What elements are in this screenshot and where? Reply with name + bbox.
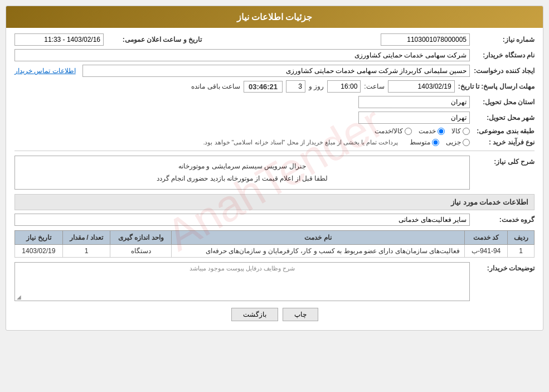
category-radio-kala[interactable] (463, 128, 470, 135)
city-row: شهر محل تحویل: (14, 112, 535, 124)
description-content: جنرال سرویس سیستم سرمایشی و موتورخانه لط… (14, 156, 470, 190)
deadline-date-input[interactable] (388, 80, 455, 93)
purchase-type-row: نوع فرآیند خرید : جزیی متوسط پرداخت تمام… (14, 138, 535, 146)
table-row: 1 941-94-ب فعالیت‌های سازمان‌های دارای ع… (15, 245, 535, 258)
province-row: استان محل تحویل: (14, 96, 535, 108)
purchase-type-option-motavasset[interactable]: متوسط (410, 138, 439, 146)
cell-code: 941-94-ب (465, 245, 508, 258)
page-title: جزئیات اطلاعات نیاز (237, 12, 313, 22)
services-table: ردیف کد خدمت نام خدمت واحد اندازه گیری ت… (14, 230, 535, 258)
service-group-label: گروه خدمت: (473, 216, 535, 224)
purchase-type-label-motavasset: متوسط (410, 138, 430, 146)
purchase-type-label-jozi: جزیی (446, 138, 461, 146)
category-radio-kala-khedmat[interactable] (405, 128, 412, 135)
need-number-label: شماره نیاز: (473, 36, 535, 43)
deadline-time-input[interactable] (327, 80, 361, 93)
category-radio-khedmat[interactable] (438, 128, 445, 135)
category-row: طبقه بندی موضوعی: کالا خدمت کالا/خدمت (14, 127, 535, 135)
category-label-kala-khedmat: کالا/خدمت (375, 127, 403, 135)
purchase-note: پرداخت تمام یا بخشی از مبلغ خریدار از مح… (203, 139, 398, 146)
col-header-date: تاریخ نیاز (15, 231, 63, 245)
category-label-khedmat: خدمت (419, 127, 436, 135)
category-option-kala[interactable]: کالا (451, 127, 470, 135)
table-header-row: ردیف کد خدمت نام خدمت واحد اندازه گیری ت… (15, 231, 535, 245)
deadline-label: مهلت ارسال پاسخ: تا تاریخ: (458, 83, 535, 90)
remaining-label: ساعت باقی مانده (191, 83, 240, 90)
col-header-quantity: تعداد / مقدار (62, 231, 110, 245)
buyer-org-label: نام دستگاه خریدار: (473, 51, 535, 59)
need-number-input[interactable] (381, 33, 470, 46)
category-option-kala-khedmat[interactable]: کالا/خدمت (375, 127, 412, 135)
buyer-notes-placeholder: شرح وظایف درفایل پیوست موجود میباشد (190, 265, 295, 272)
col-header-code: کد خدمت (465, 231, 508, 245)
print-button[interactable]: چاپ (283, 308, 318, 321)
resize-handle-icon[interactable]: ◢ (16, 294, 22, 299)
cell-quantity: 1 (62, 245, 110, 258)
creator-label: ایجاد کننده درخواست: (473, 67, 535, 75)
description-line1: جنرال سرویس سیستم سرمایشی و موتورخانه (20, 161, 465, 173)
back-button[interactable]: بازگشت (231, 308, 278, 321)
deadline-days-input[interactable] (286, 80, 305, 93)
category-radio-group: کالا خدمت کالا/خدمت (375, 127, 470, 135)
timer-display: 03:46:21 (244, 81, 283, 93)
announcement-input[interactable] (14, 33, 104, 46)
cell-date: 1403/02/19 (15, 245, 63, 258)
cell-name: فعالیت‌های سازمان‌های دارای عضو مربوط به… (172, 245, 465, 258)
purchase-type-option-jozi[interactable]: جزیی (446, 138, 470, 146)
buyer-notes-row: توضیحات خریدار: شرح وظایف درفایل پیوست م… (14, 262, 535, 301)
cell-unit: دستگاه (110, 245, 172, 258)
category-label: طبقه بندی موضوعی: (473, 127, 535, 135)
buttons-row: چاپ بازگشت (14, 308, 535, 321)
divider-1 (14, 151, 535, 151)
description-line2: لطفا قبل از اعلام قیمت از موتورخانه بازد… (20, 173, 465, 185)
buyer-org-row: نام دستگاه خریدار: (14, 49, 535, 61)
services-section-title: اطلاعات خدمات مورد نیاز (14, 194, 535, 210)
purchase-type-label: نوع فرآیند خرید : (473, 138, 535, 146)
province-input[interactable] (358, 96, 470, 108)
creator-row: ایجاد کننده درخواست: اطلاعات تماس خریدار (14, 65, 535, 77)
creator-input[interactable] (82, 65, 470, 77)
description-label: شرح کلی نیاز: (473, 156, 535, 166)
purchase-type-radio-group: جزیی متوسط (410, 138, 470, 146)
contact-link[interactable]: اطلاعات تماس خریدار (14, 67, 76, 75)
need-number-row: شماره نیاز: تاریخ و ساعت اعلان عمومی: (14, 33, 535, 46)
col-header-name: نام خدمت (172, 231, 465, 245)
buyer-notes-label: توضیحات خریدار: (473, 262, 535, 272)
category-option-khedmat[interactable]: خدمت (419, 127, 445, 135)
province-label: استان محل تحویل: (473, 98, 535, 106)
service-group-row: گروه خدمت: (14, 214, 535, 226)
announcement-label: تاریخ و ساعت اعلان عمومی: (107, 36, 202, 43)
col-header-unit: واحد اندازه گیری (110, 231, 172, 245)
page-header: جزئیات اطلاعات نیاز (6, 6, 543, 28)
deadline-row: مهلت ارسال پاسخ: تا تاریخ: ساعت: روز و 0… (14, 80, 535, 93)
description-row: شرح کلی نیاز: جنرال سرویس سیستم سرمایشی … (14, 156, 535, 190)
purchase-type-radio-motavasset[interactable] (432, 139, 439, 146)
purchase-type-radio-jozi[interactable] (463, 139, 470, 146)
city-input[interactable] (358, 112, 470, 124)
category-label-kala: کالا (451, 127, 461, 135)
col-header-row-num: ردیف (508, 231, 535, 245)
deadline-time-label: ساعت: (364, 83, 384, 90)
service-group-input[interactable] (14, 214, 470, 226)
buyer-org-input[interactable] (14, 49, 470, 61)
deadline-days-label: روز و (309, 83, 324, 90)
services-table-section: ردیف کد خدمت نام خدمت واحد اندازه گیری ت… (14, 230, 535, 258)
city-label: شهر محل تحویل: (473, 114, 535, 122)
buyer-notes-content: شرح وظایف درفایل پیوست موجود میباشد ◢ (14, 262, 470, 301)
cell-row-num: 1 (508, 245, 535, 258)
